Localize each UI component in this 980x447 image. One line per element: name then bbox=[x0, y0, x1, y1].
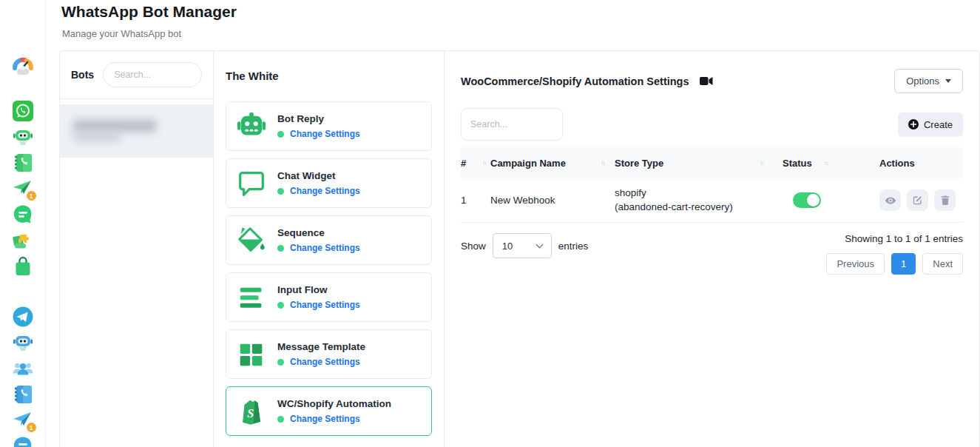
whatsapp-bot-manager-screen: 1 1 WhatsApp Bot Manager bbox=[0, 0, 980, 447]
menu-card-chat-widget[interactable]: Chat Widget Change Settings bbox=[226, 158, 432, 208]
edit-pencil-icon bbox=[912, 195, 923, 206]
menu-card-label: Message Template bbox=[277, 341, 365, 352]
telegram-broadcast-icon[interactable]: 1 bbox=[12, 409, 34, 431]
table-row: 1 New Webhook shopify (abandoned-cart-re… bbox=[461, 178, 963, 223]
telegram-icon[interactable] bbox=[12, 306, 34, 328]
col-header-num: # bbox=[461, 158, 466, 169]
input-flow-icon bbox=[236, 282, 267, 313]
whatsapp-broadcast-icon[interactable]: 1 bbox=[12, 178, 34, 200]
change-settings-link[interactable]: Change Settings bbox=[290, 186, 360, 196]
sequence-icon bbox=[236, 225, 267, 256]
shopify-icon: S bbox=[236, 396, 267, 427]
plus-circle-icon bbox=[908, 119, 919, 130]
page-1-button[interactable]: 1 bbox=[891, 253, 916, 275]
chevron-down-icon bbox=[945, 79, 951, 83]
selected-bot-name: The White bbox=[226, 70, 432, 82]
next-page-button[interactable]: Next bbox=[922, 253, 963, 275]
delete-button[interactable] bbox=[934, 189, 956, 211]
page-size-select[interactable]: 10 bbox=[493, 233, 552, 258]
notification-badge: 1 bbox=[27, 423, 36, 432]
change-settings-link[interactable]: Change Settings bbox=[290, 357, 360, 367]
menu-card-input-flow[interactable]: Input Flow Change Settings bbox=[226, 272, 432, 322]
col-header-actions: Actions bbox=[879, 158, 915, 169]
page-size-value: 10 bbox=[502, 241, 513, 252]
status-dot-icon bbox=[277, 131, 284, 138]
whatsapp-contacts-icon[interactable] bbox=[12, 152, 34, 174]
status-dot-icon bbox=[277, 188, 284, 195]
whatsapp-integrations-icon[interactable] bbox=[12, 229, 34, 252]
telegram-chat-icon[interactable] bbox=[12, 435, 34, 447]
view-button[interactable] bbox=[879, 189, 901, 211]
message-template-icon bbox=[236, 339, 267, 370]
entries-summary: Showing 1 to 1 of 1 entries bbox=[826, 233, 963, 244]
entries-label: entries bbox=[558, 241, 589, 252]
page-title: WhatsApp Bot Manager bbox=[61, 3, 237, 21]
app-sidebar-rail: 1 1 bbox=[0, 0, 46, 447]
row-num: 1 bbox=[461, 195, 490, 206]
table-header-row: #↑↓ Campaign Name↑↓ Store Type↑↓ Status↑… bbox=[461, 147, 963, 178]
whatsapp-chat-icon[interactable] bbox=[12, 204, 34, 226]
menu-card-wc-shopify-automation[interactable]: S WC/Shopify Automation Change Settings bbox=[226, 386, 432, 436]
sort-icon[interactable]: ↑↓ bbox=[482, 159, 486, 167]
row-store-type: shopify (abandoned-cart-recovery) bbox=[615, 186, 783, 215]
whatsapp-bot-icon[interactable] bbox=[12, 126, 34, 148]
status-toggle-on[interactable] bbox=[793, 192, 821, 208]
whatsapp-icon[interactable] bbox=[12, 100, 34, 122]
eye-icon bbox=[885, 195, 896, 206]
menu-card-label: Bot Reply bbox=[277, 113, 360, 124]
menu-card-label: Chat Widget bbox=[277, 170, 360, 181]
bots-panel: Bots bbox=[60, 51, 214, 447]
automation-settings-panel: WooCommerce/Shopify Automation Settings … bbox=[445, 51, 979, 447]
chevron-down-icon bbox=[535, 241, 543, 248]
sort-icon[interactable]: ↑↓ bbox=[824, 159, 828, 167]
status-dot-icon bbox=[277, 359, 284, 366]
whatsapp-store-icon[interactable] bbox=[12, 255, 34, 278]
sort-icon[interactable]: ↑↓ bbox=[601, 159, 604, 167]
bot-list-item-selected[interactable] bbox=[60, 104, 213, 158]
table-search-input[interactable] bbox=[461, 108, 563, 141]
menu-card-sequence[interactable]: Sequence Change Settings bbox=[226, 215, 432, 265]
campaigns-table: #↑↓ Campaign Name↑↓ Store Type↑↓ Status↑… bbox=[461, 147, 963, 223]
telegram-contacts-icon[interactable] bbox=[12, 383, 34, 406]
svg-text:S: S bbox=[247, 406, 254, 420]
bots-panel-title: Bots bbox=[71, 69, 94, 81]
col-header-status: Status bbox=[783, 158, 812, 169]
col-header-campaign-name: Campaign Name bbox=[490, 158, 566, 169]
menu-card-label: Sequence bbox=[277, 227, 360, 238]
menu-card-label: WC/Shopify Automation bbox=[277, 398, 391, 409]
sort-icon[interactable]: ↑↓ bbox=[760, 159, 763, 167]
pagination: Previous 1 Next bbox=[826, 253, 963, 275]
bot-name-redacted bbox=[72, 117, 168, 145]
panel-title: WooCommerce/Shopify Automation Settings bbox=[461, 75, 689, 87]
create-label: Create bbox=[924, 119, 953, 130]
menu-card-message-template[interactable]: Message Template Change Settings bbox=[226, 329, 432, 379]
main-card: Bots The White Bot Reply Change Settings bbox=[59, 50, 980, 447]
status-dot-icon bbox=[277, 302, 284, 309]
change-settings-link[interactable]: Change Settings bbox=[290, 300, 360, 310]
menu-card-bot-reply[interactable]: Bot Reply Change Settings bbox=[226, 101, 432, 151]
dashboard-gauge-icon[interactable] bbox=[12, 55, 34, 77]
video-tutorial-icon[interactable] bbox=[700, 76, 713, 86]
bot-menu-panel: The White Bot Reply Change Settings Chat… bbox=[214, 51, 445, 447]
bot-reply-icon bbox=[236, 111, 267, 142]
previous-page-button[interactable]: Previous bbox=[826, 253, 885, 275]
menu-card-label: Input Flow bbox=[277, 284, 360, 295]
page-subtitle: Manage your WhatsApp bot bbox=[62, 28, 181, 39]
col-header-store-type: Store Type bbox=[615, 158, 663, 169]
create-button[interactable]: Create bbox=[898, 112, 963, 137]
show-label: Show bbox=[461, 241, 486, 252]
status-dot-icon bbox=[277, 416, 284, 423]
telegram-group-icon[interactable] bbox=[12, 357, 34, 380]
bots-search-input[interactable] bbox=[103, 62, 202, 87]
change-settings-link[interactable]: Change Settings bbox=[290, 243, 360, 253]
chat-widget-icon bbox=[236, 168, 267, 199]
row-campaign-name: New Webhook bbox=[490, 195, 615, 206]
change-settings-link[interactable]: Change Settings bbox=[290, 414, 360, 424]
change-settings-link[interactable]: Change Settings bbox=[290, 129, 360, 139]
telegram-bot-icon[interactable] bbox=[12, 332, 34, 354]
options-dropdown-button[interactable]: Options bbox=[894, 69, 963, 93]
options-label: Options bbox=[906, 75, 939, 87]
edit-button[interactable] bbox=[907, 189, 928, 211]
notification-badge: 1 bbox=[27, 191, 36, 201]
status-dot-icon bbox=[277, 245, 284, 252]
